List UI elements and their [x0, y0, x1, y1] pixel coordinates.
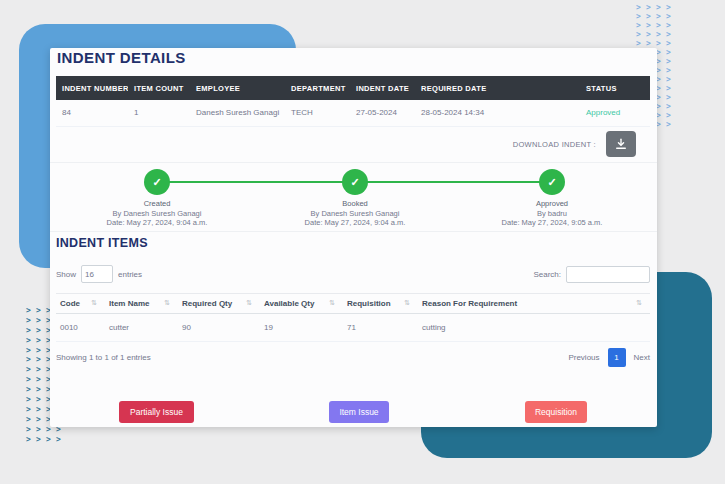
page-background: >>>>>>>>>>>>>>>>>>>>>>>>>>>>>>>>>>>>>>>>…: [0, 0, 725, 484]
entries-label: entries: [118, 270, 142, 279]
details-header-department: DEPARTMENT: [285, 76, 350, 100]
details-data-row: 84 1 Danesh Suresh Ganagi TECH 27-05-202…: [56, 100, 650, 126]
step-title: Approved: [467, 199, 637, 209]
item-issue-button[interactable]: Item Issue: [329, 401, 389, 423]
sort-icon[interactable]: ⇅: [246, 299, 260, 307]
check-icon: ✓: [342, 169, 368, 195]
step-by: By Danesh Suresh Ganagi: [270, 209, 440, 219]
sort-icon[interactable]: ⇅: [329, 299, 343, 307]
requisition-value: 71: [343, 314, 418, 342]
sort-icon[interactable]: ⇅: [404, 299, 418, 307]
pagination-next[interactable]: Next: [634, 353, 650, 362]
details-header-item-count: ITEM COUNT: [128, 76, 190, 100]
items-table-footer: Showing 1 to 1 of 1 entries Previous 1 N…: [56, 345, 650, 369]
items-header-requisition[interactable]: Requisition⇅: [343, 294, 418, 314]
indent-items-table: Code⇅ Item Name⇅ Required Qty⇅ Available…: [56, 293, 650, 342]
items-header-required-qty[interactable]: Required Qty⇅: [178, 294, 260, 314]
required-date-value: 28-05-2024 14:34: [415, 100, 580, 126]
indent-number-value: 84: [56, 100, 128, 126]
items-table-controls: Show entries Search:: [56, 263, 650, 285]
step-title: Booked: [270, 199, 440, 209]
items-header-available-qty[interactable]: Available Qty⇅: [260, 294, 343, 314]
show-entries-input[interactable]: [81, 265, 113, 283]
check-icon: ✓: [144, 169, 170, 195]
step-date: Date: May 27, 2024, 9:05 a.m.: [467, 218, 637, 228]
indent-card: INDENT DETAILS INDENT NUMBER ITEM COUNT …: [50, 48, 657, 427]
details-header-indent-date: INDENT DATE: [350, 76, 415, 100]
items-header-reason[interactable]: Reason For Requirement⇅: [418, 294, 650, 314]
details-header-indent-number: INDENT NUMBER: [56, 76, 128, 100]
download-icon: [615, 138, 627, 150]
reason-value: cutting: [418, 314, 650, 342]
indent-date-value: 27-05-2024: [350, 100, 415, 126]
timeline: ✓ Created By Danesh Suresh Ganagi Date: …: [50, 162, 657, 232]
items-header-row: Code⇅ Item Name⇅ Required Qty⇅ Available…: [56, 294, 650, 314]
sort-icon[interactable]: ⇅: [164, 299, 178, 307]
items-header-item-name[interactable]: Item Name⇅: [105, 294, 178, 314]
indent-details-table: INDENT NUMBER ITEM COUNT EMPLOYEE DEPART…: [56, 76, 650, 127]
details-header-status: STATUS: [580, 76, 650, 100]
search-label: Search:: [533, 270, 561, 279]
timeline-step-approved: ✓ Approved By badru Date: May 27, 2024, …: [467, 169, 637, 228]
sort-icon[interactable]: ⇅: [636, 299, 650, 307]
required-qty-value: 90: [178, 314, 260, 342]
download-indent-row: DOWNLOAD INDENT :: [56, 126, 650, 162]
step-date: Date: May 27, 2024, 9:04 a.m.: [270, 218, 440, 228]
pagination-previous[interactable]: Previous: [568, 353, 599, 362]
step-title: Created: [72, 199, 242, 209]
timeline-step-booked: ✓ Booked By Danesh Suresh Ganagi Date: M…: [270, 169, 440, 228]
search-input[interactable]: [566, 266, 650, 283]
entries-summary: Showing 1 to 1 of 1 entries: [56, 353, 151, 362]
department-value: TECH: [285, 100, 350, 126]
step-by: By badru: [467, 209, 637, 219]
item-name-value: cutter: [105, 314, 178, 342]
requisition-button[interactable]: Requisition: [525, 401, 587, 423]
available-qty-value: 19: [260, 314, 343, 342]
pagination-page-1[interactable]: 1: [608, 348, 626, 367]
step-by: By Danesh Suresh Ganagi: [72, 209, 242, 219]
indent-details-title: INDENT DETAILS: [57, 49, 186, 66]
employee-value: Danesh Suresh Ganagi: [190, 100, 285, 126]
details-header-employee: EMPLOYEE: [190, 76, 285, 100]
show-label: Show: [56, 270, 76, 279]
item-count-value: 1: [128, 100, 190, 126]
items-header-code[interactable]: Code⇅: [56, 294, 105, 314]
details-header-required-date: REQUIRED DATE: [415, 76, 580, 100]
download-indent-button[interactable]: [606, 131, 636, 157]
code-value: 0010: [56, 314, 105, 342]
indent-items-title: INDENT ITEMS: [56, 236, 148, 250]
details-header-row: INDENT NUMBER ITEM COUNT EMPLOYEE DEPART…: [56, 76, 650, 100]
timeline-step-created: ✓ Created By Danesh Suresh Ganagi Date: …: [72, 169, 242, 228]
sort-icon[interactable]: ⇅: [91, 299, 105, 307]
pagination: Previous 1 Next: [568, 348, 650, 367]
items-data-row: 0010 cutter 90 19 71 cutting: [56, 314, 650, 342]
partially-issue-button[interactable]: Partially Issue: [119, 401, 194, 423]
step-date: Date: May 27, 2024, 9:04 a.m.: [72, 218, 242, 228]
download-indent-label: DOWNLOAD INDENT :: [513, 140, 596, 149]
check-icon: ✓: [539, 169, 565, 195]
status-badge: Approved: [580, 100, 650, 126]
